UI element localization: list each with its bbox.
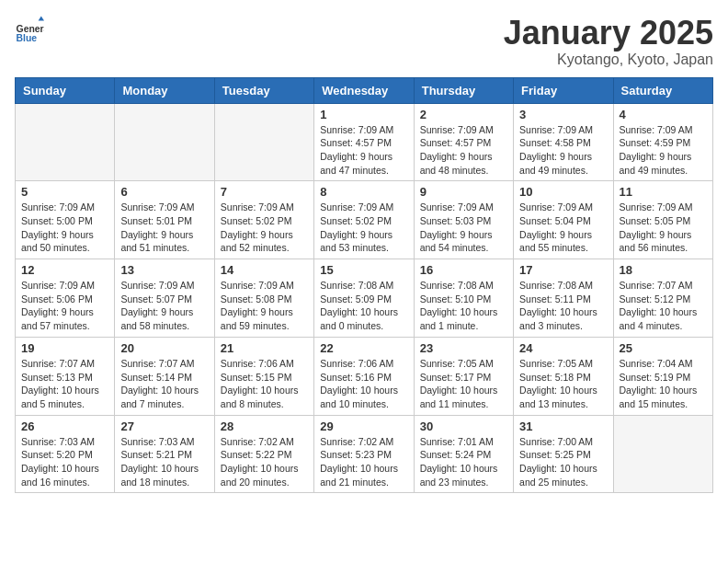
day-info: Sunrise: 7:00 AMSunset: 5:25 PMDaylight:… <box>519 435 607 489</box>
day-number: 25 <box>620 341 707 355</box>
calendar-day-cell: 25 Sunrise: 7:04 AMSunset: 5:19 PMDaylig… <box>613 337 712 415</box>
calendar-title: January 2025 <box>504 15 713 52</box>
calendar-day-cell: 10 Sunrise: 7:09 AMSunset: 5:04 PMDaylig… <box>514 181 613 259</box>
day-number: 7 <box>221 185 308 199</box>
weekday-header-thursday: Thursday <box>414 77 513 103</box>
weekday-header-tuesday: Tuesday <box>214 77 313 103</box>
calendar-day-cell: 9 Sunrise: 7:09 AMSunset: 5:03 PMDayligh… <box>414 181 513 259</box>
day-info: Sunrise: 7:09 AMSunset: 5:08 PMDaylight:… <box>221 279 308 333</box>
empty-cell <box>16 103 115 181</box>
weekday-header-monday: Monday <box>115 77 214 103</box>
day-number: 27 <box>120 419 208 433</box>
calendar-week-row: 12 Sunrise: 7:09 AMSunset: 5:06 PMDaylig… <box>16 259 713 338</box>
day-number: 18 <box>620 263 707 277</box>
calendar-day-cell: 31 Sunrise: 7:00 AMSunset: 5:25 PMDaylig… <box>514 415 613 493</box>
calendar-week-row: 26 Sunrise: 7:03 AMSunset: 5:20 PMDaylig… <box>16 415 713 493</box>
calendar-day-cell: 6 Sunrise: 7:09 AMSunset: 5:01 PMDayligh… <box>115 181 214 259</box>
calendar-day-cell: 23 Sunrise: 7:05 AMSunset: 5:17 PMDaylig… <box>414 337 513 415</box>
day-info: Sunrise: 7:05 AMSunset: 5:18 PMDaylight:… <box>519 357 607 411</box>
weekday-header-sunday: Sunday <box>16 77 115 103</box>
day-number: 5 <box>21 185 108 199</box>
day-number: 1 <box>320 108 407 121</box>
calendar-day-cell: 3 Sunrise: 7:09 AMSunset: 4:58 PMDayligh… <box>514 103 613 181</box>
calendar-day-cell: 2 Sunrise: 7:09 AMSunset: 4:57 PMDayligh… <box>414 103 513 181</box>
day-number: 11 <box>620 185 707 199</box>
day-info: Sunrise: 7:09 AMSunset: 5:02 PMDaylight:… <box>221 201 308 255</box>
calendar-day-cell: 26 Sunrise: 7:03 AMSunset: 5:20 PMDaylig… <box>16 415 115 493</box>
day-number: 8 <box>320 185 407 199</box>
calendar-week-row: 1 Sunrise: 7:09 AMSunset: 4:57 PMDayligh… <box>16 103 713 181</box>
day-info: Sunrise: 7:09 AMSunset: 4:57 PMDaylight:… <box>320 123 407 178</box>
logo: General Blue <box>15 15 44 44</box>
day-info: Sunrise: 7:09 AMSunset: 5:05 PMDaylight:… <box>620 201 707 255</box>
day-number: 2 <box>420 108 507 121</box>
calendar-day-cell: 18 Sunrise: 7:07 AMSunset: 5:12 PMDaylig… <box>613 259 712 338</box>
weekday-header-friday: Friday <box>514 77 613 103</box>
day-info: Sunrise: 7:09 AMSunset: 5:01 PMDaylight:… <box>120 201 208 255</box>
calendar-week-row: 19 Sunrise: 7:07 AMSunset: 5:13 PMDaylig… <box>16 337 713 415</box>
calendar-day-cell: 4 Sunrise: 7:09 AMSunset: 4:59 PMDayligh… <box>613 103 712 181</box>
day-info: Sunrise: 7:09 AMSunset: 5:04 PMDaylight:… <box>519 201 607 255</box>
day-number: 23 <box>420 341 507 355</box>
day-info: Sunrise: 7:09 AMSunset: 4:57 PMDaylight:… <box>420 123 507 178</box>
page-header: General Blue January 2025 Kyotango, Kyot… <box>15 15 713 68</box>
weekday-header-saturday: Saturday <box>613 77 712 103</box>
day-info: Sunrise: 7:03 AMSunset: 5:21 PMDaylight:… <box>120 435 208 489</box>
day-info: Sunrise: 7:09 AMSunset: 5:07 PMDaylight:… <box>120 279 208 333</box>
day-number: 13 <box>120 263 208 277</box>
day-number: 9 <box>420 185 507 199</box>
weekday-header-row: SundayMondayTuesdayWednesdayThursdayFrid… <box>16 77 713 103</box>
calendar-day-cell: 29 Sunrise: 7:02 AMSunset: 5:23 PMDaylig… <box>314 415 414 493</box>
calendar-day-cell: 11 Sunrise: 7:09 AMSunset: 5:05 PMDaylig… <box>613 181 712 259</box>
day-number: 3 <box>519 108 607 121</box>
empty-cell <box>214 103 313 181</box>
calendar-day-cell: 20 Sunrise: 7:07 AMSunset: 5:14 PMDaylig… <box>115 337 214 415</box>
calendar-day-cell: 28 Sunrise: 7:02 AMSunset: 5:22 PMDaylig… <box>214 415 313 493</box>
svg-text:Blue: Blue <box>17 33 38 43</box>
day-info: Sunrise: 7:09 AMSunset: 4:59 PMDaylight:… <box>620 123 707 178</box>
calendar-subtitle: Kyotango, Kyoto, Japan <box>504 52 713 68</box>
empty-cell <box>613 415 712 493</box>
calendar-day-cell: 12 Sunrise: 7:09 AMSunset: 5:06 PMDaylig… <box>16 259 115 338</box>
day-number: 26 <box>21 419 108 433</box>
day-info: Sunrise: 7:01 AMSunset: 5:24 PMDaylight:… <box>420 435 507 489</box>
day-number: 21 <box>221 341 308 355</box>
day-info: Sunrise: 7:09 AMSunset: 5:00 PMDaylight:… <box>21 201 108 255</box>
calendar-day-cell: 5 Sunrise: 7:09 AMSunset: 5:00 PMDayligh… <box>16 181 115 259</box>
calendar-day-cell: 14 Sunrise: 7:09 AMSunset: 5:08 PMDaylig… <box>214 259 313 338</box>
day-info: Sunrise: 7:07 AMSunset: 5:14 PMDaylight:… <box>120 357 208 411</box>
calendar-day-cell: 22 Sunrise: 7:06 AMSunset: 5:16 PMDaylig… <box>314 337 414 415</box>
title-section: January 2025 Kyotango, Kyoto, Japan <box>504 15 713 68</box>
calendar-day-cell: 17 Sunrise: 7:08 AMSunset: 5:11 PMDaylig… <box>514 259 613 338</box>
day-number: 4 <box>620 108 707 121</box>
day-number: 22 <box>320 341 407 355</box>
calendar-table: SundayMondayTuesdayWednesdayThursdayFrid… <box>15 77 713 494</box>
day-info: Sunrise: 7:09 AMSunset: 4:58 PMDaylight:… <box>519 123 607 178</box>
day-info: Sunrise: 7:03 AMSunset: 5:20 PMDaylight:… <box>21 435 108 489</box>
day-number: 14 <box>221 263 308 277</box>
day-info: Sunrise: 7:08 AMSunset: 5:10 PMDaylight:… <box>420 279 507 333</box>
day-number: 6 <box>120 185 208 199</box>
day-info: Sunrise: 7:02 AMSunset: 5:22 PMDaylight:… <box>221 435 308 489</box>
calendar-day-cell: 30 Sunrise: 7:01 AMSunset: 5:24 PMDaylig… <box>414 415 513 493</box>
calendar-day-cell: 21 Sunrise: 7:06 AMSunset: 5:15 PMDaylig… <box>214 337 313 415</box>
day-number: 16 <box>420 263 507 277</box>
calendar-day-cell: 13 Sunrise: 7:09 AMSunset: 5:07 PMDaylig… <box>115 259 214 338</box>
day-number: 29 <box>320 419 407 433</box>
day-number: 12 <box>21 263 108 277</box>
day-info: Sunrise: 7:06 AMSunset: 5:15 PMDaylight:… <box>221 357 308 411</box>
day-number: 19 <box>21 341 108 355</box>
day-number: 17 <box>519 263 607 277</box>
calendar-day-cell: 1 Sunrise: 7:09 AMSunset: 4:57 PMDayligh… <box>314 103 414 181</box>
empty-cell <box>115 103 214 181</box>
logo-icon: General Blue <box>15 15 44 44</box>
calendar-week-row: 5 Sunrise: 7:09 AMSunset: 5:00 PMDayligh… <box>16 181 713 259</box>
calendar-day-cell: 8 Sunrise: 7:09 AMSunset: 5:02 PMDayligh… <box>314 181 414 259</box>
day-info: Sunrise: 7:09 AMSunset: 5:06 PMDaylight:… <box>21 279 108 333</box>
day-info: Sunrise: 7:06 AMSunset: 5:16 PMDaylight:… <box>320 357 407 411</box>
day-number: 30 <box>420 419 507 433</box>
day-info: Sunrise: 7:07 AMSunset: 5:12 PMDaylight:… <box>620 279 707 333</box>
day-number: 20 <box>120 341 208 355</box>
day-info: Sunrise: 7:05 AMSunset: 5:17 PMDaylight:… <box>420 357 507 411</box>
day-info: Sunrise: 7:08 AMSunset: 5:11 PMDaylight:… <box>519 279 607 333</box>
